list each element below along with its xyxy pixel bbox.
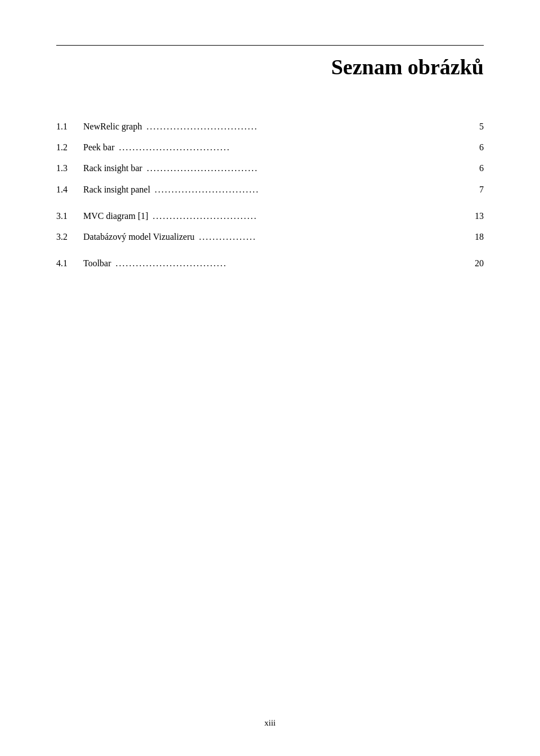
page-title: Seznam obrázků <box>56 45 484 85</box>
toc-item: 1.1NewRelic graph.......................… <box>56 119 484 134</box>
toc-item-label: Rack insight bar........................… <box>83 160 484 176</box>
toc-item-page: 13 <box>470 208 484 223</box>
toc-item-number: 3.2 <box>56 229 83 244</box>
toc-item-number: 3.1 <box>56 208 83 223</box>
toc-item-title: MVC diagram [1] <box>83 208 148 223</box>
toc-item-page: 18 <box>470 229 484 244</box>
toc-item-number: 4.1 <box>56 256 83 271</box>
toc-item-label: Toolbar.................................… <box>83 256 484 271</box>
toc-item-page: 6 <box>470 160 484 176</box>
toc-item-dots: ............................... <box>155 182 468 197</box>
toc-item-title: Rack insight bar <box>83 160 142 176</box>
toc-item-dots: ................................. <box>147 160 468 176</box>
toc-item: 1.4Rack insight panel...................… <box>56 182 484 197</box>
toc-item-title: Rack insight panel <box>83 182 150 197</box>
toc-item: 4.1Toolbar..............................… <box>56 256 484 271</box>
toc-item-dots: ................................. <box>146 119 468 134</box>
toc-item-label: Peek bar................................… <box>83 140 484 155</box>
toc-item-label: NewRelic graph..........................… <box>83 119 484 134</box>
toc-item: 1.2Peek bar.............................… <box>56 140 484 155</box>
toc-list: 1.1NewRelic graph.......................… <box>56 119 484 271</box>
toc-item-dots: ................. <box>199 229 468 244</box>
toc-item-page: 5 <box>470 119 484 134</box>
toc-item: 3.2Databázový model Vizualizeru.........… <box>56 229 484 244</box>
toc-item-label: Databázový model Vizualizeru............… <box>83 229 484 244</box>
toc-item-dots: ................................. <box>119 140 468 155</box>
page-footer: xiii <box>0 718 540 728</box>
toc-item-dots: ................................. <box>116 256 468 271</box>
toc-item-page: 6 <box>470 140 484 155</box>
toc-item-number: 1.4 <box>56 182 83 197</box>
toc-item: 3.1MVC diagram [1]......................… <box>56 208 484 223</box>
toc-item-title: Databázový model Vizualizeru <box>83 229 195 244</box>
toc-item-page: 7 <box>470 182 484 197</box>
toc-item-label: Rack insight panel......................… <box>83 182 484 197</box>
toc-item-title: Peek bar <box>83 140 115 155</box>
toc-item-page: 20 <box>470 256 484 271</box>
toc-item-number: 1.2 <box>56 140 83 155</box>
toc-item: 1.3Rack insight bar.....................… <box>56 160 484 176</box>
toc-item-title: Toolbar <box>83 256 111 271</box>
toc-item-label: MVC diagram [1].........................… <box>83 208 484 223</box>
page: Seznam obrázků 1.1NewRelic graph........… <box>0 0 540 756</box>
toc-item-number: 1.1 <box>56 119 83 134</box>
toc-item-dots: ............................... <box>153 208 468 223</box>
toc-item-title: NewRelic graph <box>83 119 142 134</box>
toc-item-number: 1.3 <box>56 160 83 176</box>
